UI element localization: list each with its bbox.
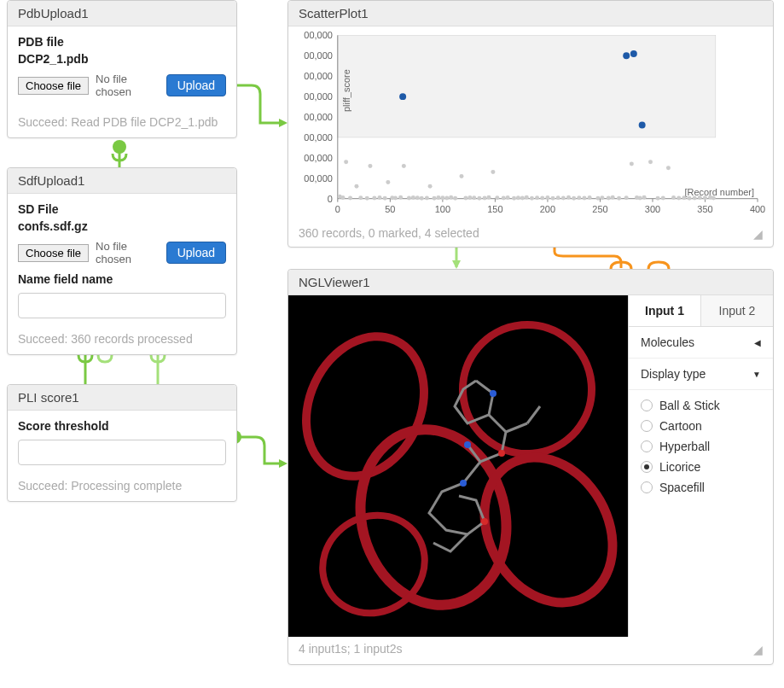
radio-icon	[641, 420, 653, 432]
svg-text:pliff_score: pliff_score	[341, 69, 351, 112]
svg-point-96	[600, 195, 604, 200]
panel-title[interactable]: ScatterPlot1	[288, 1, 773, 26]
svg-point-44	[354, 184, 358, 189]
display-option-label: Spacefill	[659, 481, 705, 494]
display-type-section[interactable]: Display type ▼	[629, 359, 773, 390]
svg-point-81	[520, 195, 525, 200]
resize-handle-icon[interactable]: ◢	[753, 644, 763, 656]
svg-point-86	[545, 195, 549, 200]
radio-icon	[641, 399, 653, 411]
svg-point-119	[623, 52, 630, 59]
name-field-label: Name field name	[18, 272, 226, 286]
display-option-spacefill[interactable]: Spacefill	[641, 477, 761, 498]
sdf-upload-panel: SdfUpload1 SD File confs.sdf.gz Choose f…	[7, 167, 237, 355]
panel-title[interactable]: PLI score1	[8, 385, 236, 411]
pli-status: Succeed: Processing complete	[8, 474, 236, 501]
caret-down-icon: ▼	[752, 370, 761, 379]
svg-point-100	[624, 195, 629, 200]
svg-point-57	[411, 195, 415, 200]
radio-icon	[641, 440, 653, 452]
svg-point-49	[378, 195, 382, 200]
svg-text:50: 50	[385, 204, 395, 214]
svg-point-113	[693, 195, 697, 200]
svg-point-61	[428, 184, 433, 189]
svg-point-118	[399, 93, 406, 100]
tab-input-1[interactable]: Input 1	[629, 295, 701, 326]
svg-marker-4	[279, 119, 287, 127]
display-option-licorice[interactable]: Licorice	[641, 457, 761, 477]
choose-file-button[interactable]: Choose file	[18, 244, 89, 262]
svg-text:400: 400	[750, 204, 765, 214]
svg-point-46	[365, 196, 369, 201]
tab-input-2[interactable]: Input 2	[701, 295, 773, 326]
display-option-ball-stick[interactable]: Ball & Stick	[641, 395, 761, 416]
svg-point-127	[498, 450, 505, 457]
svg-point-114	[698, 195, 702, 200]
molecules-label: Molecules	[641, 335, 694, 349]
svg-text:150: 150	[487, 204, 502, 214]
choose-file-button[interactable]: Choose file	[18, 77, 89, 95]
display-option-label: Hyperball	[659, 440, 710, 453]
scatter-chart[interactable]: 000,00000,00000,00000,00000,00000,00000,…	[288, 26, 773, 223]
svg-text:0: 0	[328, 194, 333, 204]
display-option-hyperball[interactable]: Hyperball	[641, 436, 761, 457]
svg-point-80	[516, 195, 520, 200]
threshold-input[interactable]	[18, 440, 226, 465]
svg-text:300: 300	[645, 204, 660, 214]
svg-point-64	[440, 195, 444, 200]
svg-point-79	[512, 196, 516, 201]
svg-point-107	[661, 195, 665, 200]
svg-point-98	[611, 195, 615, 200]
ngl-3d-canvas[interactable]	[288, 295, 628, 637]
svg-point-108	[666, 166, 671, 170]
pdb-file-label: PDB file	[18, 35, 226, 49]
svg-point-68	[460, 174, 464, 178]
svg-text:00,000: 00,000	[304, 153, 333, 163]
ngl-viewer-panel: NGLViewer1	[287, 269, 774, 665]
file-status-text: No file chosen	[96, 73, 160, 98]
svg-point-50	[383, 196, 387, 201]
svg-point-77	[502, 195, 506, 200]
svg-point-48	[372, 195, 376, 200]
sdf-file-name: confs.sdf.gz	[18, 219, 226, 233]
svg-point-120	[630, 50, 637, 57]
panel-title[interactable]: SdfUpload1	[8, 168, 236, 194]
display-option-cartoon[interactable]: Cartoon	[641, 416, 761, 436]
svg-point-88	[556, 195, 560, 200]
panel-title[interactable]: NGLViewer1	[288, 270, 773, 295]
upload-button[interactable]: Upload	[166, 242, 226, 264]
svg-point-47	[368, 164, 372, 168]
svg-point-104	[642, 195, 647, 200]
svg-point-84	[535, 195, 539, 200]
svg-text:200: 200	[540, 204, 555, 214]
pdb-file-name: DCP2_1.pdb	[18, 52, 226, 66]
svg-point-59	[420, 196, 424, 201]
upload-button[interactable]: Upload	[166, 74, 226, 96]
name-field-input[interactable]	[18, 293, 226, 318]
svg-point-87	[551, 196, 555, 201]
svg-point-124	[490, 390, 497, 397]
svg-point-60	[425, 195, 429, 200]
svg-point-103	[638, 195, 642, 200]
svg-point-55	[402, 164, 406, 168]
svg-point-91	[572, 196, 576, 201]
svg-point-65	[444, 195, 449, 200]
ngl-side-panel: Input 1 Input 2 Molecules ◀ Display type…	[628, 295, 773, 637]
svg-point-92	[577, 195, 581, 200]
svg-point-63	[436, 195, 440, 200]
svg-text:350: 350	[697, 204, 712, 214]
svg-text:00,000: 00,000	[304, 112, 333, 122]
svg-text:100: 100	[435, 204, 450, 214]
panel-title[interactable]: PdbUpload1	[8, 1, 236, 26]
resize-handle-icon[interactable]: ◢	[753, 228, 763, 240]
svg-text:00,000: 00,000	[304, 50, 333, 61]
display-option-label: Licorice	[659, 460, 700, 474]
svg-text:00,000: 00,000	[304, 71, 333, 81]
svg-point-72	[477, 196, 481, 201]
svg-point-125	[464, 441, 471, 448]
ligand-sticks	[382, 364, 570, 577]
svg-point-67	[453, 196, 457, 201]
molecules-section[interactable]: Molecules ◀	[629, 327, 773, 359]
svg-point-95	[596, 196, 601, 201]
radio-icon	[641, 461, 653, 473]
